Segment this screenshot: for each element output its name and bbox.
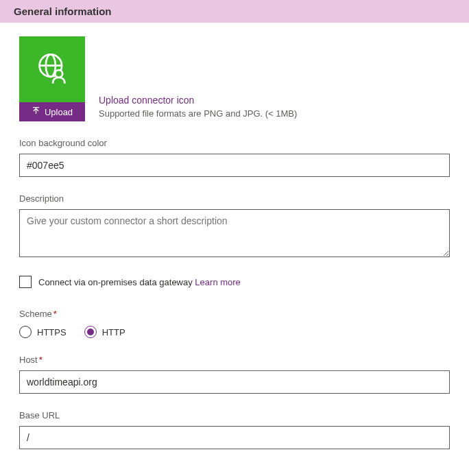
radio-icon bbox=[19, 326, 32, 338]
host-label: Host* bbox=[19, 355, 450, 365]
baseurl-input[interactable] bbox=[19, 426, 450, 449]
bgcolor-input[interactable] bbox=[19, 154, 450, 177]
radio-icon bbox=[84, 326, 97, 338]
upload-subtext: Supported file formats are PNG and JPG. … bbox=[99, 108, 297, 119]
upload-arrow-icon bbox=[32, 106, 40, 117]
scheme-label: Scheme* bbox=[19, 309, 450, 319]
scheme-radio-https[interactable]: HTTPS bbox=[19, 326, 67, 338]
globe-user-icon bbox=[34, 51, 70, 88]
baseurl-label: Base URL bbox=[19, 410, 450, 420]
scheme-https-label: HTTPS bbox=[37, 327, 67, 337]
scheme-http-label: HTTP bbox=[102, 327, 125, 337]
bgcolor-label: Icon background color bbox=[19, 138, 450, 148]
section-header: General information bbox=[0, 0, 469, 23]
gateway-checkbox-label: Connect via on-premises data gateway Lea… bbox=[38, 277, 241, 287]
upload-button[interactable]: Upload bbox=[19, 102, 85, 121]
upload-icon-link[interactable]: Upload connector icon bbox=[99, 95, 297, 106]
gateway-checkbox[interactable] bbox=[19, 276, 32, 288]
description-label: Description bbox=[19, 193, 450, 204]
section-title: General information bbox=[14, 5, 112, 17]
icon-preview bbox=[19, 36, 85, 102]
upload-button-label: Upload bbox=[45, 107, 73, 117]
description-textarea[interactable] bbox=[19, 209, 450, 257]
host-input[interactable] bbox=[19, 370, 450, 394]
learn-more-link[interactable]: Learn more bbox=[195, 277, 240, 287]
scheme-radio-http[interactable]: HTTP bbox=[84, 326, 125, 338]
svg-point-3 bbox=[55, 70, 62, 78]
